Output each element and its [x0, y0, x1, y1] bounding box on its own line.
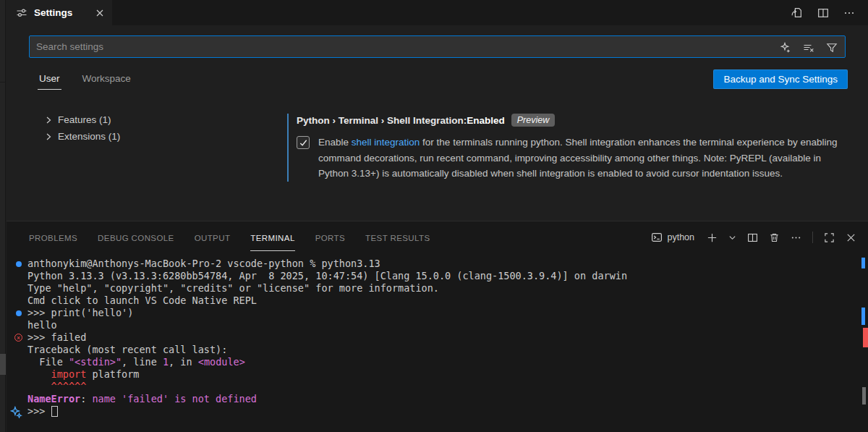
settings-editor: User Workspace Backup and Sync Settings …: [7, 25, 868, 221]
terminal-name: python: [667, 232, 694, 242]
terminal-text: :: [80, 393, 92, 405]
scope-tab-workspace[interactable]: Workspace: [81, 69, 132, 90]
backup-and-sync-button[interactable]: Backup and Sync Settings: [713, 69, 848, 89]
settings-scope-row: User Workspace Backup and Sync Settings: [7, 66, 868, 92]
terminal-text: Traceback (most recent call last):: [27, 344, 227, 355]
terminal-line: >>> print('hello'): [27, 307, 868, 319]
terminal-text: >>> print('hello'): [27, 307, 133, 318]
terminal-text: hello: [27, 319, 57, 331]
toc-item-label: Features (1): [58, 114, 111, 125]
filter-icon[interactable]: [825, 41, 839, 55]
terminal-profile-chevron-icon[interactable]: [727, 232, 738, 243]
sidebar-sliver: [0, 0, 6, 432]
setting-control-row: Enable shell integration for the termina…: [297, 135, 842, 182]
sidebar-scrollbar-thumb[interactable]: [0, 354, 6, 375]
description-text: Enable: [318, 137, 352, 148]
terminal-line: ×>>> failed: [27, 331, 868, 344]
ruler-error-mark: [863, 328, 868, 347]
setting-description: Enable shell integration for the termina…: [318, 135, 838, 182]
split-terminal-icon[interactable]: [746, 231, 760, 245]
checkmark-icon: [299, 138, 308, 148]
settings-search-row: [7, 25, 868, 58]
setting-breadcrumb: Python › Terminal › Shell Integration:: [297, 115, 467, 126]
command-decoration-icon[interactable]: [16, 310, 22, 316]
terminal-line: >>>: [27, 405, 868, 418]
sidebar-divider: [0, 82, 6, 82]
workbench: Settings: [7, 0, 868, 432]
preview-badge: Preview: [511, 114, 555, 127]
shell-integration-link[interactable]: shell integration: [352, 137, 420, 148]
panel-tab-debug-console[interactable]: DEBUG CONSOLE: [98, 224, 174, 251]
panel-tab-output[interactable]: OUTPUT: [195, 224, 231, 251]
terminal-line: File "<stdin>", line 1, in <module>: [27, 356, 868, 368]
panel-tab-terminal[interactable]: TERMINAL: [250, 224, 294, 251]
panel-tab-problems[interactable]: PROBLEMS: [29, 224, 77, 251]
settings-toc: Features (1) Extensions (1): [7, 92, 265, 182]
error-decoration-icon[interactable]: ×: [14, 334, 22, 342]
close-tab-icon[interactable]: [93, 7, 106, 20]
terminal-text: "<stdin>": [69, 356, 122, 368]
setting-checkbox[interactable]: [297, 136, 310, 149]
ruler-command-mark: [861, 258, 865, 268]
terminal-text: >>>: [27, 405, 51, 417]
terminal-text: 1: [163, 356, 169, 368]
panel-header: PROBLEMS DEBUG CONSOLE OUTPUT TERMINAL P…: [7, 221, 868, 253]
terminal-line: Cmd click to launch VS Code Native REPL: [27, 295, 868, 307]
ruler-prompt-mark: [862, 387, 866, 405]
panel-actions-divider: [812, 232, 813, 243]
terminal-text: >>> failed: [27, 331, 86, 343]
setting-key: Enabled: [467, 115, 505, 126]
maximize-panel-icon[interactable]: [822, 231, 836, 245]
sparkle-decoration-icon[interactable]: [10, 406, 22, 418]
settings-content: Features (1) Extensions (1) Python › Ter…: [7, 92, 868, 182]
terminal-text: Python 3.13.3 (v3.13.3:6280bb54784, Apr …: [27, 270, 627, 281]
terminal-text: [27, 368, 51, 380]
terminal-more-actions-icon[interactable]: [789, 231, 803, 245]
terminal-line: Python 3.13.3 (v3.13.3:6280bb54784, Apr …: [27, 270, 868, 282]
terminal-output: anthonykim@Anthonys-MacBook-Pro-2 vscode…: [7, 253, 868, 418]
split-editor-icon[interactable]: [816, 6, 830, 20]
terminal-text: platform: [86, 368, 139, 380]
terminal-text: import: [51, 368, 87, 380]
panel-tab-ports[interactable]: PORTS: [315, 224, 345, 251]
terminal-line: Type "help", "copyright", "credits" or "…: [27, 282, 868, 295]
terminal-text: anthonykim@Anthonys-MacBook-Pro-2 vscode…: [27, 258, 380, 269]
terminal-text: , line: [122, 356, 163, 368]
toc-item-features[interactable]: Features (1): [7, 111, 265, 128]
tab-settings[interactable]: Settings: [7, 0, 112, 25]
search-input[interactable]: [29, 35, 846, 58]
toc-item-extensions[interactable]: Extensions (1): [7, 128, 265, 145]
panel-actions: python: [651, 231, 858, 245]
terminal-text: Type "help", "copyright", "credits" or "…: [27, 282, 439, 294]
kill-terminal-icon[interactable]: [767, 231, 781, 245]
terminal-line: anthonykim@Anthonys-MacBook-Pro-2 vscode…: [27, 258, 868, 270]
bottom-panel: PROBLEMS DEBUG CONSOLE OUTPUT TERMINAL P…: [7, 221, 868, 432]
toc-item-label: Extensions (1): [58, 131, 120, 142]
chevron-right-icon: [44, 132, 53, 141]
terminal-line: ^^^^^^: [27, 381, 868, 393]
settings-sliders-icon: [16, 7, 27, 19]
terminal-text: ^^^^^^: [51, 381, 87, 392]
close-panel-icon[interactable]: [844, 231, 858, 245]
ai-search-icon[interactable]: [778, 41, 793, 55]
terminal-text: NameError: [27, 393, 80, 405]
active-terminal-chip[interactable]: python: [651, 232, 694, 243]
more-actions-icon[interactable]: [842, 6, 856, 20]
terminal-line: hello: [27, 319, 868, 331]
command-decoration-icon[interactable]: [16, 261, 22, 267]
setting-item-modified: Python › Terminal › Shell Integration: E…: [287, 114, 842, 182]
terminal-text: name 'failed' is not defined: [92, 393, 257, 405]
tab-title: Settings: [34, 7, 72, 18]
terminal-text: Cmd click to launch VS Code Native REPL: [27, 295, 257, 306]
terminal-icon: [651, 232, 663, 243]
open-settings-json-icon[interactable]: [789, 5, 804, 20]
terminal-line: NameError: name 'failed' is not defined: [27, 393, 868, 405]
chevron-right-icon: [44, 116, 53, 124]
clear-search-results-icon[interactable]: [801, 41, 816, 55]
new-terminal-icon[interactable]: [705, 231, 719, 245]
scope-tab-user[interactable]: User: [38, 69, 61, 90]
panel-tabs: PROBLEMS DEBUG CONSOLE OUTPUT TERMINAL P…: [29, 224, 430, 251]
ruler-command-mark: [861, 308, 865, 325]
editor-actions: [789, 0, 868, 25]
panel-tab-test-results[interactable]: TEST RESULTS: [365, 224, 430, 251]
